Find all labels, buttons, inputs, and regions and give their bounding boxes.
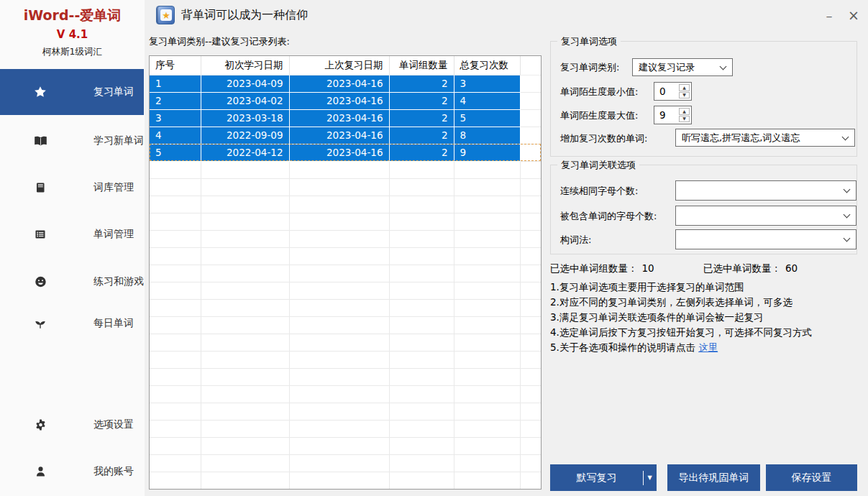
table-cell[interactable]: 2023-04-16 (289, 75, 389, 92)
table-empty-row (150, 265, 541, 282)
extra-review-combobox[interactable]: 听写遗忘,拼写遗忘,词义遗忘 (675, 129, 855, 147)
table-cell[interactable]: 2 (389, 92, 454, 109)
table-row[interactable]: 12023-04-092023-04-1623 (150, 75, 541, 92)
table-filler-cell (520, 92, 541, 109)
table-cell[interactable]: 9 (454, 144, 520, 161)
sidebar-item-label: 词库管理 (93, 181, 134, 194)
sidebar-item-settings[interactable]: 选项设置 (0, 402, 144, 448)
table-empty-row (150, 351, 541, 368)
table-cell[interactable]: 2023-04-16 (289, 92, 389, 109)
table-empty-row (150, 437, 541, 454)
table-cell[interactable]: 2 (389, 127, 454, 144)
star-glyph: ★ (162, 11, 170, 20)
right-panel: 复习单词选项 复习单词类别: 建议复习记录 单词陌生度最小值: 0 ▲ ▼ 单词… (550, 0, 857, 496)
spin-down-button[interactable]: ▼ (679, 92, 690, 99)
table-cell[interactable]: 4 (150, 127, 201, 144)
min-strangeness-spinner[interactable]: 0 ▲ ▼ (654, 82, 692, 101)
table-cell[interactable]: 2023-03-18 (201, 109, 289, 127)
table-cell[interactable]: 1 (150, 75, 201, 92)
column-header[interactable]: 上次复习日期 (289, 56, 389, 75)
table-empty-row (150, 334, 541, 351)
table-cell[interactable]: 2023-04-02 (201, 92, 289, 109)
table-cell[interactable]: 2022-04-12 (201, 144, 289, 161)
column-header[interactable]: 总复习次数 (454, 56, 520, 75)
chevron-down-icon (844, 235, 851, 242)
table-cell[interactable]: 2022-09-09 (201, 127, 289, 144)
help-notes: 1.复习单词选项主要用于选择复习的单词范围2.对应不同的复习单词类别，左侧列表选… (550, 280, 857, 355)
min-strangeness-label: 单词陌生度最小值: (560, 86, 638, 98)
table-empty-row (150, 472, 541, 489)
table-empty-row (150, 403, 541, 420)
sidebar-item-word-manage[interactable]: 单词管理 (0, 211, 144, 257)
table-filler-cell (520, 109, 541, 127)
review-mode-dropdown-arrow[interactable]: ▼ (644, 474, 656, 481)
max-strangeness-spinner[interactable]: 9 ▲ ▼ (654, 106, 692, 124)
table-row[interactable]: 42022-09-092023-04-1628 (150, 127, 541, 144)
spin-up-button[interactable]: ▲ (679, 84, 690, 91)
table-cell[interactable]: 2 (389, 109, 454, 127)
export-words-button[interactable]: 导出待巩固单词 (667, 464, 760, 491)
spin-up-button[interactable]: ▲ (679, 108, 690, 115)
table-row[interactable]: 32023-03-182023-04-1625 (150, 109, 541, 127)
table-cell[interactable]: 2 (389, 144, 454, 161)
app-lexicon-subtitle: 柯林斯1级词汇 (0, 46, 145, 58)
smiley-icon (32, 276, 49, 288)
help-note-4: 4.选定单词后按下方复习按钮开始复习，可选择不同复习方式 (550, 325, 857, 340)
save-settings-button[interactable]: 保存设置 (766, 464, 857, 491)
table-cell[interactable]: 8 (454, 127, 520, 144)
table-empty-row (150, 161, 541, 178)
column-header[interactable]: 单词组数量 (389, 56, 454, 75)
sidebar-item-practice-games[interactable]: 练习和游戏 (0, 259, 144, 305)
list-icon (32, 229, 49, 240)
table-cell[interactable]: 3 (150, 109, 201, 127)
book-star-icon: ★ (156, 6, 175, 24)
contained-word-combobox[interactable] (675, 206, 856, 226)
table-cell[interactable]: 5 (454, 109, 520, 127)
app-window: – × iWord--爱单词 V 4.1 柯林斯1级词汇 复习单词学习新单词词库… (0, 0, 868, 496)
table-empty-row (150, 282, 541, 299)
sidebar-item-lexicon-manage[interactable]: 词库管理 (0, 165, 144, 211)
table-cell[interactable]: 5 (150, 144, 201, 161)
table-empty-row (150, 230, 541, 247)
table-empty-row (150, 247, 541, 265)
help-note-2: 2.对应不同的复习单词类别，左侧列表选择单词，可多选 (550, 295, 857, 310)
help-link[interactable]: 这里 (698, 341, 718, 353)
category-combobox[interactable]: 建议复习记录 (632, 58, 733, 76)
table-cell[interactable]: 2023-04-16 (289, 144, 389, 161)
sidebar-item-learn-new[interactable]: 学习新单词 (0, 118, 144, 164)
table-row[interactable]: 22023-04-022023-04-1624 (150, 92, 541, 109)
column-header-filler (520, 56, 541, 75)
column-header[interactable]: 初次学习日期 (201, 56, 289, 75)
table-cell[interactable]: 2023-04-16 (289, 109, 389, 127)
open-book-icon (32, 134, 49, 148)
table-cell[interactable]: 2 (389, 75, 454, 92)
gear-icon (32, 419, 49, 431)
table-cell[interactable]: 2 (150, 92, 201, 109)
relation-options-group: 复习单词关联选项 连续相同字母个数: 被包含单词的字母个数: 构词法: (550, 165, 857, 254)
page-slogan: 背单词可以成为一种信仰 (181, 8, 308, 23)
sidebar-item-account[interactable]: 我的账号 (0, 449, 144, 495)
table-row[interactable]: 52022-04-122023-04-1629 (150, 144, 541, 161)
table-filler-cell (520, 127, 541, 144)
table-empty-row (150, 213, 541, 230)
table-cell[interactable]: 2023-04-16 (289, 127, 389, 144)
spin-down-button[interactable]: ▼ (679, 116, 690, 123)
word-formation-combobox[interactable] (675, 229, 856, 249)
column-header[interactable]: 序号 (150, 56, 201, 75)
sidebar-item-review[interactable]: 复习单词 (0, 69, 144, 115)
max-strangeness-value: 9 (659, 109, 666, 121)
table-cell[interactable]: 4 (454, 92, 520, 109)
sidebar-item-label: 单词管理 (93, 228, 134, 241)
same-letters-combobox[interactable] (675, 180, 856, 201)
table-cell[interactable]: 2023-04-09 (201, 75, 289, 92)
contained-word-label: 被包含单词的字母个数: (560, 210, 657, 223)
dictation-review-button[interactable]: 默写复习 ▼ (550, 464, 657, 491)
table-filler-cell (520, 75, 541, 92)
help-note-1: 1.复习单词选项主要用于选择复习的单词范围 (550, 280, 857, 295)
help-note-5: 5.关于各选项和操作的说明请点击 这里 (550, 340, 857, 355)
table-cell[interactable]: 3 (454, 75, 520, 92)
table-header-row: 序号初次学习日期上次复习日期单词组数量总复习次数 (150, 56, 541, 75)
split-separator (643, 471, 644, 485)
sidebar-item-daily-words[interactable]: 每日单词 (0, 300, 144, 346)
star-icon (32, 86, 49, 98)
